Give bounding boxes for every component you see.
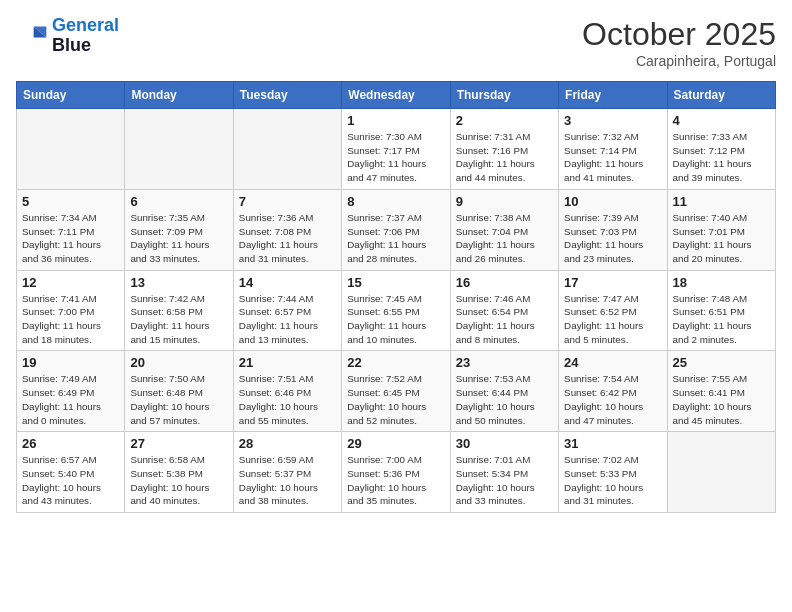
calendar-cell: 7Sunrise: 7:36 AM Sunset: 7:08 PM Daylig… — [233, 189, 341, 270]
day-number: 7 — [239, 194, 336, 209]
page-header: General Blue October 2025 Carapinheira, … — [16, 16, 776, 69]
calendar-cell: 20Sunrise: 7:50 AM Sunset: 6:48 PM Dayli… — [125, 351, 233, 432]
day-info: Sunrise: 7:31 AM Sunset: 7:16 PM Dayligh… — [456, 130, 553, 185]
calendar-cell: 24Sunrise: 7:54 AM Sunset: 6:42 PM Dayli… — [559, 351, 667, 432]
calendar-cell: 5Sunrise: 7:34 AM Sunset: 7:11 PM Daylig… — [17, 189, 125, 270]
day-number: 24 — [564, 355, 661, 370]
day-info: Sunrise: 7:40 AM Sunset: 7:01 PM Dayligh… — [673, 211, 770, 266]
weekday-tuesday: Tuesday — [233, 82, 341, 109]
day-number: 25 — [673, 355, 770, 370]
calendar-cell: 6Sunrise: 7:35 AM Sunset: 7:09 PM Daylig… — [125, 189, 233, 270]
day-number: 21 — [239, 355, 336, 370]
week-row-4: 19Sunrise: 7:49 AM Sunset: 6:49 PM Dayli… — [17, 351, 776, 432]
week-row-1: 1Sunrise: 7:30 AM Sunset: 7:17 PM Daylig… — [17, 109, 776, 190]
day-number: 15 — [347, 275, 444, 290]
day-info: Sunrise: 7:38 AM Sunset: 7:04 PM Dayligh… — [456, 211, 553, 266]
day-info: Sunrise: 7:51 AM Sunset: 6:46 PM Dayligh… — [239, 372, 336, 427]
day-info: Sunrise: 7:33 AM Sunset: 7:12 PM Dayligh… — [673, 130, 770, 185]
month-title: October 2025 — [582, 16, 776, 53]
calendar-cell: 27Sunrise: 6:58 AM Sunset: 5:38 PM Dayli… — [125, 432, 233, 513]
calendar-cell: 4Sunrise: 7:33 AM Sunset: 7:12 PM Daylig… — [667, 109, 775, 190]
day-info: Sunrise: 7:02 AM Sunset: 5:33 PM Dayligh… — [564, 453, 661, 508]
calendar-cell: 19Sunrise: 7:49 AM Sunset: 6:49 PM Dayli… — [17, 351, 125, 432]
calendar-cell: 1Sunrise: 7:30 AM Sunset: 7:17 PM Daylig… — [342, 109, 450, 190]
day-number: 30 — [456, 436, 553, 451]
calendar-cell: 22Sunrise: 7:52 AM Sunset: 6:45 PM Dayli… — [342, 351, 450, 432]
day-info: Sunrise: 7:54 AM Sunset: 6:42 PM Dayligh… — [564, 372, 661, 427]
day-info: Sunrise: 7:32 AM Sunset: 7:14 PM Dayligh… — [564, 130, 661, 185]
day-info: Sunrise: 7:37 AM Sunset: 7:06 PM Dayligh… — [347, 211, 444, 266]
calendar-cell: 2Sunrise: 7:31 AM Sunset: 7:16 PM Daylig… — [450, 109, 558, 190]
day-number: 13 — [130, 275, 227, 290]
week-row-3: 12Sunrise: 7:41 AM Sunset: 7:00 PM Dayli… — [17, 270, 776, 351]
day-info: Sunrise: 7:39 AM Sunset: 7:03 PM Dayligh… — [564, 211, 661, 266]
calendar-cell: 3Sunrise: 7:32 AM Sunset: 7:14 PM Daylig… — [559, 109, 667, 190]
calendar-cell: 11Sunrise: 7:40 AM Sunset: 7:01 PM Dayli… — [667, 189, 775, 270]
day-number: 14 — [239, 275, 336, 290]
calendar-cell — [125, 109, 233, 190]
day-number: 8 — [347, 194, 444, 209]
weekday-wednesday: Wednesday — [342, 82, 450, 109]
day-info: Sunrise: 6:59 AM Sunset: 5:37 PM Dayligh… — [239, 453, 336, 508]
calendar-cell: 15Sunrise: 7:45 AM Sunset: 6:55 PM Dayli… — [342, 270, 450, 351]
calendar-cell: 12Sunrise: 7:41 AM Sunset: 7:00 PM Dayli… — [17, 270, 125, 351]
calendar-cell: 14Sunrise: 7:44 AM Sunset: 6:57 PM Dayli… — [233, 270, 341, 351]
day-number: 1 — [347, 113, 444, 128]
day-number: 31 — [564, 436, 661, 451]
calendar-cell: 17Sunrise: 7:47 AM Sunset: 6:52 PM Dayli… — [559, 270, 667, 351]
day-number: 26 — [22, 436, 119, 451]
calendar-cell: 21Sunrise: 7:51 AM Sunset: 6:46 PM Dayli… — [233, 351, 341, 432]
calendar-cell: 30Sunrise: 7:01 AM Sunset: 5:34 PM Dayli… — [450, 432, 558, 513]
calendar-cell: 25Sunrise: 7:55 AM Sunset: 6:41 PM Dayli… — [667, 351, 775, 432]
day-number: 16 — [456, 275, 553, 290]
logo-icon — [16, 20, 48, 52]
day-number: 3 — [564, 113, 661, 128]
calendar-cell: 13Sunrise: 7:42 AM Sunset: 6:58 PM Dayli… — [125, 270, 233, 351]
logo-text: General Blue — [52, 16, 119, 56]
calendar-cell: 23Sunrise: 7:53 AM Sunset: 6:44 PM Dayli… — [450, 351, 558, 432]
calendar-cell: 8Sunrise: 7:37 AM Sunset: 7:06 PM Daylig… — [342, 189, 450, 270]
weekday-sunday: Sunday — [17, 82, 125, 109]
day-info: Sunrise: 7:53 AM Sunset: 6:44 PM Dayligh… — [456, 372, 553, 427]
day-number: 18 — [673, 275, 770, 290]
logo: General Blue — [16, 16, 119, 56]
day-info: Sunrise: 7:52 AM Sunset: 6:45 PM Dayligh… — [347, 372, 444, 427]
day-info: Sunrise: 7:42 AM Sunset: 6:58 PM Dayligh… — [130, 292, 227, 347]
day-info: Sunrise: 6:57 AM Sunset: 5:40 PM Dayligh… — [22, 453, 119, 508]
calendar-cell: 16Sunrise: 7:46 AM Sunset: 6:54 PM Dayli… — [450, 270, 558, 351]
day-info: Sunrise: 7:00 AM Sunset: 5:36 PM Dayligh… — [347, 453, 444, 508]
day-number: 11 — [673, 194, 770, 209]
calendar-cell: 9Sunrise: 7:38 AM Sunset: 7:04 PM Daylig… — [450, 189, 558, 270]
day-info: Sunrise: 7:47 AM Sunset: 6:52 PM Dayligh… — [564, 292, 661, 347]
day-info: Sunrise: 7:30 AM Sunset: 7:17 PM Dayligh… — [347, 130, 444, 185]
week-row-5: 26Sunrise: 6:57 AM Sunset: 5:40 PM Dayli… — [17, 432, 776, 513]
day-number: 20 — [130, 355, 227, 370]
weekday-thursday: Thursday — [450, 82, 558, 109]
calendar-cell — [667, 432, 775, 513]
day-info: Sunrise: 7:46 AM Sunset: 6:54 PM Dayligh… — [456, 292, 553, 347]
day-number: 28 — [239, 436, 336, 451]
calendar-cell — [233, 109, 341, 190]
calendar-cell: 26Sunrise: 6:57 AM Sunset: 5:40 PM Dayli… — [17, 432, 125, 513]
day-number: 2 — [456, 113, 553, 128]
day-info: Sunrise: 7:01 AM Sunset: 5:34 PM Dayligh… — [456, 453, 553, 508]
location-subtitle: Carapinheira, Portugal — [582, 53, 776, 69]
week-row-2: 5Sunrise: 7:34 AM Sunset: 7:11 PM Daylig… — [17, 189, 776, 270]
day-number: 4 — [673, 113, 770, 128]
weekday-header-row: SundayMondayTuesdayWednesdayThursdayFrid… — [17, 82, 776, 109]
weekday-monday: Monday — [125, 82, 233, 109]
calendar-body: 1Sunrise: 7:30 AM Sunset: 7:17 PM Daylig… — [17, 109, 776, 513]
day-number: 6 — [130, 194, 227, 209]
day-info: Sunrise: 7:36 AM Sunset: 7:08 PM Dayligh… — [239, 211, 336, 266]
day-info: Sunrise: 6:58 AM Sunset: 5:38 PM Dayligh… — [130, 453, 227, 508]
day-number: 29 — [347, 436, 444, 451]
calendar-cell: 10Sunrise: 7:39 AM Sunset: 7:03 PM Dayli… — [559, 189, 667, 270]
day-number: 27 — [130, 436, 227, 451]
day-info: Sunrise: 7:55 AM Sunset: 6:41 PM Dayligh… — [673, 372, 770, 427]
day-info: Sunrise: 7:34 AM Sunset: 7:11 PM Dayligh… — [22, 211, 119, 266]
weekday-saturday: Saturday — [667, 82, 775, 109]
calendar-table: SundayMondayTuesdayWednesdayThursdayFrid… — [16, 81, 776, 513]
day-info: Sunrise: 7:41 AM Sunset: 7:00 PM Dayligh… — [22, 292, 119, 347]
weekday-friday: Friday — [559, 82, 667, 109]
day-info: Sunrise: 7:49 AM Sunset: 6:49 PM Dayligh… — [22, 372, 119, 427]
